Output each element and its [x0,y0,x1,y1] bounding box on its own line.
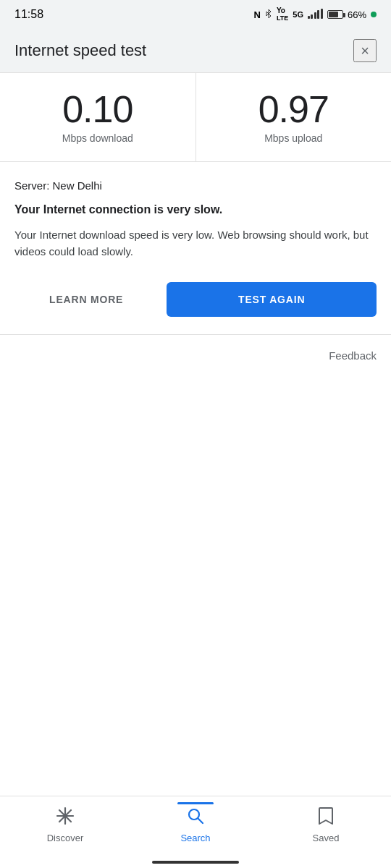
download-box: 0.10 Mbps download [0,73,196,161]
empty-space [0,377,391,702]
connection-status-description: Your Internet download speed is very low… [14,226,377,260]
test-again-button[interactable]: TEST AGAIN [167,282,377,317]
carrier-icon: YoLTE [277,7,288,22]
download-value: 0.10 [14,90,181,128]
server-prefix: Server: [14,179,53,192]
search-label: Search [180,833,210,843]
status-time: 11:58 [14,8,43,21]
saved-label: Saved [313,833,340,843]
download-label: Mbps download [14,132,181,144]
upload-box: 0.97 Mbps upload [196,73,392,161]
bluetooth-icon [265,9,272,21]
bottom-navigation: Discover Search Saved [0,796,391,868]
active-indicator-dot [371,12,377,17]
upload-value: 0.97 [211,90,377,128]
search-icon [186,807,205,830]
discover-icon [56,807,75,830]
nav-item-discover[interactable]: Discover [0,804,130,843]
status-bar: 11:58 N YoLTE 5G 66% [0,0,391,29]
content-area: Server: New Delhi Your Internet connecti… [0,162,391,334]
svg-line-5 [198,819,203,824]
battery-percent: 66% [348,9,366,20]
battery-icon [327,10,343,19]
status-icons: N YoLTE 5G 66% [254,7,377,22]
app-header: Internet speed test × [0,29,391,73]
learn-more-button[interactable]: LEARN MORE [14,282,158,317]
saved-icon [317,807,335,830]
nfc-icon: N [254,9,261,20]
home-indicator [152,861,239,864]
nav-item-search[interactable]: Search [130,804,261,843]
speed-results: 0.10 Mbps download 0.97 Mbps upload [0,73,391,162]
server-line: Server: New Delhi [14,179,377,192]
close-button[interactable]: × [353,39,377,62]
feedback-link[interactable]: Feedback [329,349,377,362]
connection-status-heading: Your Internet connection is very slow. [14,203,377,216]
server-name: New Delhi [53,179,102,192]
active-nav-indicator [177,802,214,804]
nav-item-saved[interactable]: Saved [261,804,391,843]
signal-bars-icon [308,9,323,21]
discover-label: Discover [47,833,84,843]
upload-label: Mbps upload [211,132,377,144]
feedback-row: Feedback [0,335,391,377]
5g-icon: 5G [293,10,303,19]
action-buttons: LEARN MORE TEST AGAIN [14,282,377,317]
app-title: Internet speed test [14,41,146,60]
